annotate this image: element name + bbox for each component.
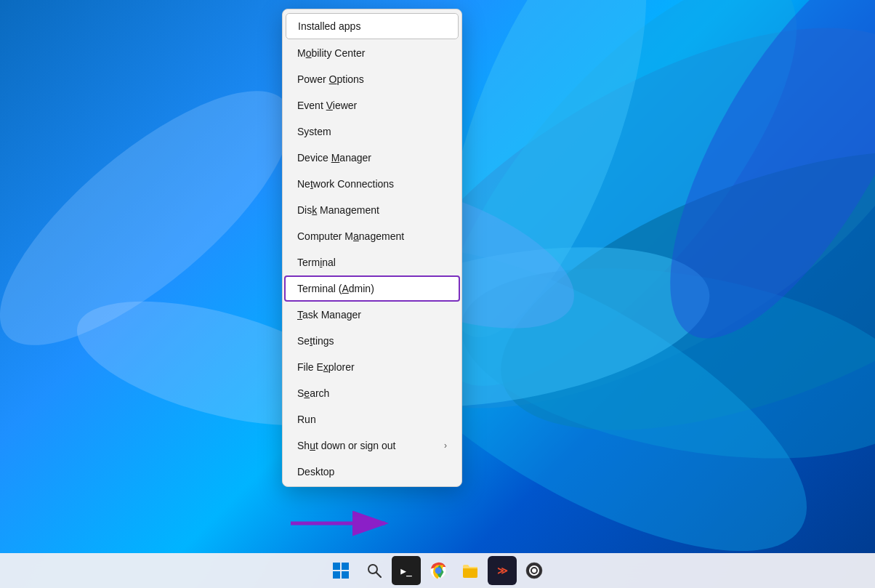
menu-item-settings[interactable]: Settings — [283, 328, 461, 354]
menu-item-terminal[interactable]: Terminal — [283, 249, 461, 275]
menu-item-network-connections[interactable]: Network Connections — [283, 171, 461, 197]
taskbar: ▶_ ≫ — [0, 553, 875, 588]
search-icon — [367, 563, 382, 578]
taskbar-gitkraken[interactable]: ≫ — [488, 556, 517, 585]
menu-item-shut-down[interactable]: Shut down or sign out › — [283, 432, 461, 459]
svg-rect-15 — [333, 571, 340, 579]
submenu-arrow-icon: › — [444, 440, 447, 451]
taskbar-obs[interactable] — [520, 556, 549, 585]
context-menu: Installed apps Mobility Center Power Opt… — [282, 9, 462, 487]
taskbar-windows-start[interactable] — [326, 556, 355, 585]
svg-point-24 — [532, 568, 536, 573]
svg-rect-16 — [342, 571, 349, 579]
svg-rect-14 — [342, 563, 349, 570]
menu-item-power-options[interactable]: Power Options — [283, 66, 461, 92]
chrome-icon — [430, 562, 447, 579]
svg-point-21 — [435, 568, 442, 574]
terminal-icon: ▶_ — [400, 565, 412, 576]
menu-item-desktop[interactable]: Desktop — [283, 459, 461, 485]
menu-item-search[interactable]: Search — [283, 380, 461, 406]
taskbar-search[interactable] — [360, 556, 389, 585]
svg-line-18 — [376, 573, 381, 577]
menu-item-computer-management[interactable]: Computer Management — [283, 223, 461, 249]
menu-item-installed-apps[interactable]: Installed apps — [286, 13, 459, 39]
menu-item-disk-management[interactable]: Disk Management — [283, 197, 461, 223]
menu-item-event-viewer[interactable]: Event Viewer — [283, 92, 461, 118]
menu-item-system[interactable]: System — [283, 118, 461, 145]
taskbar-chrome[interactable] — [424, 556, 453, 585]
svg-point-17 — [368, 565, 377, 573]
menu-item-task-manager[interactable]: Task Manager — [283, 302, 461, 328]
menu-item-file-explorer[interactable]: File Explorer — [283, 354, 461, 380]
taskbar-terminal[interactable]: ▶_ — [392, 556, 421, 585]
menu-item-terminal-admin[interactable]: Terminal (Admin) — [284, 275, 460, 302]
arrow-annotation — [283, 505, 400, 544]
desktop: Installed apps Mobility Center Power Opt… — [0, 0, 875, 588]
folder-icon — [461, 563, 479, 579]
gitkraken-icon: ≫ — [497, 565, 508, 576]
taskbar-file-explorer[interactable] — [456, 556, 485, 585]
svg-rect-13 — [333, 563, 340, 570]
arrow-svg — [283, 505, 400, 541]
obs-icon — [525, 562, 543, 579]
menu-item-run[interactable]: Run — [283, 406, 461, 432]
windows-logo-icon — [333, 563, 349, 579]
menu-item-mobility-center[interactable]: Mobility Center — [283, 40, 461, 66]
menu-item-device-manager[interactable]: Device Manager — [283, 145, 461, 171]
